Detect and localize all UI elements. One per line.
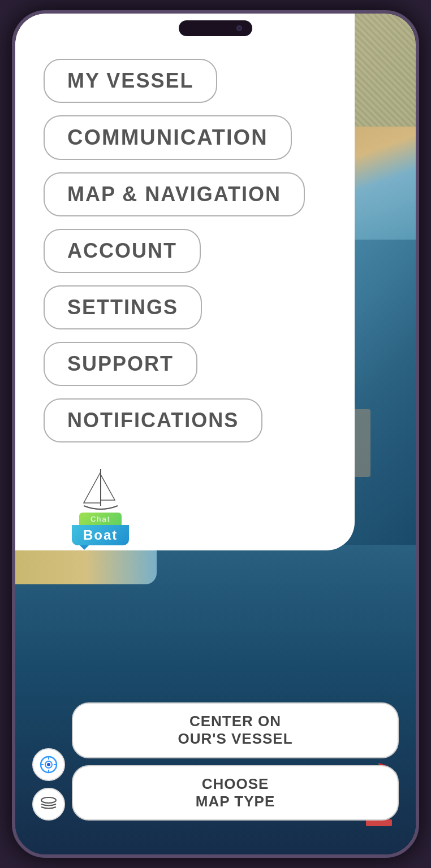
svg-marker-1 [84, 472, 101, 503]
menu-item-my-vessel[interactable]: MY VESSEL [44, 59, 217, 103]
bottom-center-buttons: CENTER ONOUR'S VESSEL CHOOSEMAP TYPE [72, 702, 399, 821]
svg-point-10 [41, 797, 56, 803]
menu-item-settings[interactable]: SETTINGS [44, 285, 202, 329]
logo-boat-label: Boat [83, 527, 118, 542]
menu-item-map-navigation[interactable]: MAP & NAVIGATION [44, 172, 305, 216]
choose-map-type-button[interactable]: CHOOSEMAP TYPE [72, 765, 399, 821]
sailboat-icon [78, 466, 123, 517]
bottom-left-buttons [32, 748, 65, 821]
svg-marker-2 [101, 475, 115, 500]
phone-notch [179, 20, 252, 36]
menu-item-communication[interactable]: COMMUNICATION [44, 115, 292, 160]
menu-panel: MY VESSEL COMMUNICATION MAP & NAVIGATION… [15, 14, 355, 550]
center-on-location-button[interactable] [32, 748, 65, 781]
app-logo: Chat Boat [72, 466, 129, 545]
menu-item-account[interactable]: ACCOUNT [44, 229, 201, 273]
location-target-icon [39, 755, 58, 774]
menu-item-notifications[interactable]: NOTIFICATIONS [44, 398, 262, 442]
menu-item-support[interactable]: SUPPORT [44, 342, 197, 386]
center-vessel-button[interactable]: CENTER ONOUR'S VESSEL [72, 702, 399, 758]
layers-icon [39, 795, 58, 814]
layers-button[interactable] [32, 788, 65, 821]
bottom-controls: CENTER ONOUR'S VESSEL CHOOSEMAP TYPE [32, 702, 399, 821]
center-vessel-label: CENTER ONOUR'S VESSEL [89, 713, 382, 748]
camera-icon [236, 25, 242, 31]
svg-point-5 [47, 763, 50, 766]
phone-frame: MY VESSEL COMMUNICATION MAP & NAVIGATION… [12, 10, 419, 858]
phone-screen: MY VESSEL COMMUNICATION MAP & NAVIGATION… [15, 14, 416, 854]
choose-map-type-label: CHOOSEMAP TYPE [89, 775, 382, 810]
logo-chat-label: Chat [90, 515, 110, 523]
